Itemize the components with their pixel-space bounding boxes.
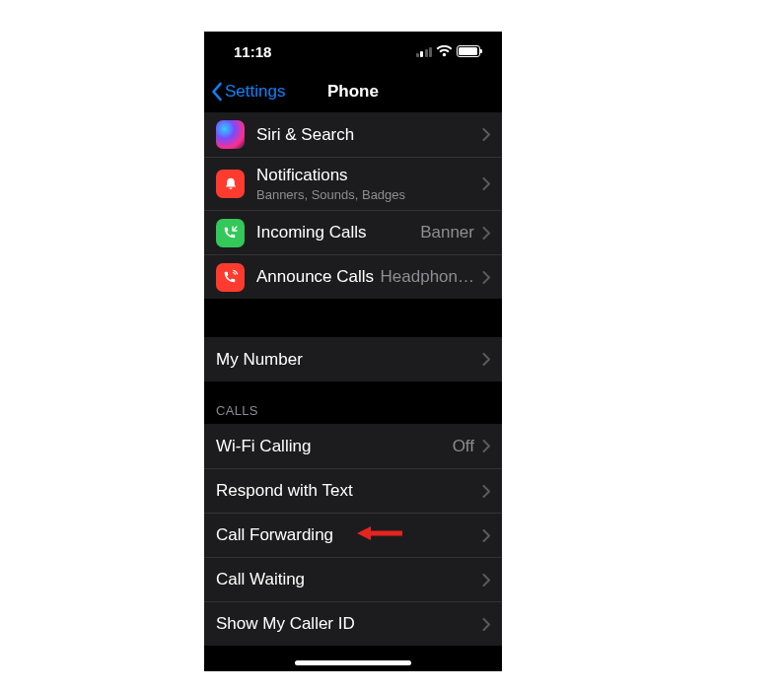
bell-icon — [216, 170, 245, 198]
back-label: Settings — [225, 82, 285, 102]
row-detail: Banner — [420, 223, 474, 242]
row-label: Siri & Search — [256, 125, 482, 145]
status-time: 11:18 — [234, 43, 271, 60]
cellular-signal-icon — [416, 46, 433, 57]
back-button[interactable]: Settings — [204, 82, 285, 102]
chevron-right-icon — [482, 440, 490, 452]
row-label: Call Forwarding — [216, 525, 482, 545]
row-label: Announce Calls — [256, 267, 381, 287]
wifi-icon — [436, 43, 453, 60]
row-label: Notifications — [256, 166, 482, 185]
siri-icon — [216, 120, 245, 149]
section-top: Siri & Search Notifications Banners, Sou… — [204, 112, 502, 299]
row-my-number[interactable]: My Number — [204, 337, 502, 381]
phone-frame: 11:18 Settings Phone Siri & Search — [204, 32, 502, 671]
row-wifi-calling[interactable]: Wi-Fi Calling Off — [204, 424, 502, 468]
row-incoming-calls[interactable]: Incoming Calls Banner — [204, 210, 502, 254]
chevron-right-icon — [482, 529, 490, 542]
row-detail: Off — [453, 437, 474, 456]
section-calls: Wi-Fi Calling Off Respond with Text Call… — [204, 424, 502, 646]
chevron-left-icon — [210, 82, 223, 102]
chevron-right-icon — [482, 177, 490, 190]
row-subtitle: Banners, Sounds, Badges — [256, 187, 482, 202]
row-label: Incoming Calls — [256, 223, 420, 242]
row-call-forwarding[interactable]: Call Forwarding — [204, 513, 502, 557]
row-siri-search[interactable]: Siri & Search — [204, 112, 502, 157]
phone-incoming-icon — [216, 219, 245, 247]
row-label: My Number — [216, 350, 482, 370]
section-my-number: My Number — [204, 337, 502, 381]
status-bar: 11:18 — [204, 32, 502, 71]
row-notifications[interactable]: Notifications Banners, Sounds, Badges — [204, 157, 502, 210]
row-respond-with-text[interactable]: Respond with Text — [204, 468, 502, 513]
home-indicator — [295, 660, 411, 665]
chevron-right-icon — [482, 128, 490, 141]
chevron-right-icon — [482, 574, 490, 587]
phone-announce-icon — [216, 263, 245, 292]
row-call-waiting[interactable]: Call Waiting — [204, 557, 502, 601]
chevron-right-icon — [482, 485, 490, 498]
section-header-calls: CALLS — [204, 381, 502, 424]
row-label: Respond with Text — [216, 481, 482, 501]
status-right — [416, 43, 481, 60]
chevron-right-icon — [482, 227, 490, 240]
row-announce-calls[interactable]: Announce Calls Headphon… — [204, 254, 502, 299]
row-show-my-caller-id[interactable]: Show My Caller ID — [204, 601, 502, 646]
chevron-right-icon — [482, 271, 490, 284]
chevron-right-icon — [482, 618, 490, 631]
row-detail: Headphon… — [381, 267, 474, 287]
row-label: Wi-Fi Calling — [216, 437, 453, 456]
chevron-right-icon — [482, 353, 490, 366]
row-label: Call Waiting — [216, 570, 482, 589]
row-label: Show My Caller ID — [216, 614, 482, 634]
battery-icon — [457, 45, 480, 57]
section-gap — [204, 299, 502, 337]
nav-bar: Settings Phone — [204, 71, 502, 112]
